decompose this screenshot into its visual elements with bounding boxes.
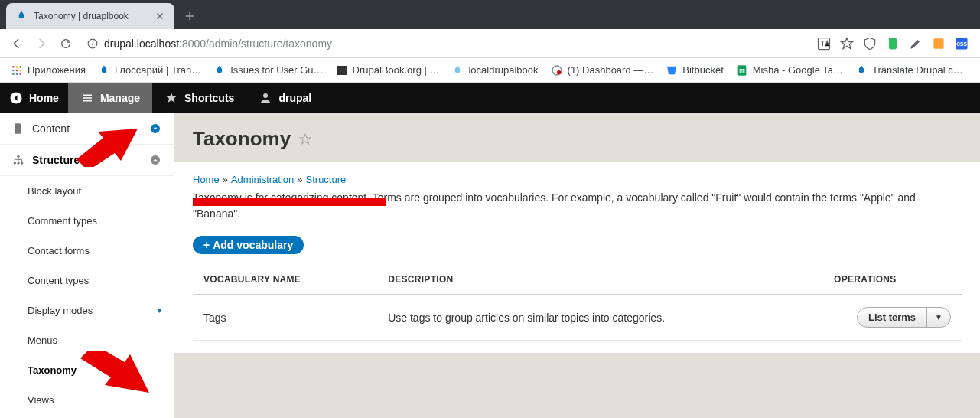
svg-point-10	[19, 69, 21, 71]
sidebar-content-types[interactable]: Content types	[0, 266, 174, 296]
bookmark-glossary[interactable]: Глоссарий | Tran…	[93, 61, 206, 80]
url-field[interactable]: drupal.localhost:8000/admin/structure/ta…	[80, 33, 813, 54]
back-button[interactable]	[6, 33, 28, 54]
caret-right-icon: ▾	[158, 306, 161, 315]
svg-rect-2	[933, 38, 943, 48]
page-description: Taxonomy is for categorizing content. Te…	[193, 190, 962, 222]
th-desc: DESCRIPTION	[377, 265, 823, 295]
vocabulary-table: VOCABULARY NAME DESCRIPTION OPERATIONS T…	[193, 265, 962, 341]
drupal-icon	[451, 64, 464, 77]
ext-icon[interactable]	[931, 36, 946, 51]
user-icon	[259, 91, 272, 105]
bookmark-dashboard[interactable]: (1) Dashboard —…	[546, 61, 659, 80]
svg-point-16	[557, 70, 561, 74]
url-path: /admin/structure/taxonomy	[206, 38, 332, 50]
document-icon	[12, 122, 24, 135]
bookmark-sheets[interactable]: Misha - Google Ta…	[731, 61, 848, 80]
sidebar-content[interactable]: Content	[0, 113, 174, 145]
sidebar-comment-types[interactable]: Comment types	[0, 206, 174, 236]
apps-icon	[11, 64, 23, 77]
browser-tab[interactable]: Taxonomy | druaplbook	[6, 3, 174, 29]
bookmark-local[interactable]: localdrupalbook	[447, 61, 542, 80]
sidebar-display-modes[interactable]: Display modes▾	[0, 296, 174, 325]
sidebar-views[interactable]: Views	[0, 385, 174, 415]
sidebar-contact-forms[interactable]: Contact forms	[0, 236, 174, 266]
hierarchy-icon	[12, 154, 24, 166]
star-icon[interactable]	[839, 36, 855, 51]
drupal-toolbar: Home Manage Shortcuts drupal	[0, 83, 980, 113]
annotation-highlight	[193, 198, 386, 206]
sidebar-structure[interactable]: Structure	[0, 145, 174, 176]
back-arrow-icon	[9, 91, 23, 105]
tab-title: Taxonomy | druaplbook	[34, 11, 148, 21]
star-icon	[164, 91, 178, 105]
address-bar: drupal.localhost:8000/admin/structure/ta…	[0, 29, 980, 58]
svg-text:CSS: CSS	[956, 41, 967, 47]
browser-chrome: Taxonomy | druaplbook drupal.localhost:8…	[0, 0, 980, 83]
svg-point-12	[16, 73, 18, 75]
toolbar-back[interactable]: Home	[0, 83, 68, 113]
new-tab-button[interactable]	[179, 5, 200, 27]
svg-point-8	[12, 69, 15, 71]
tab-bar: Taxonomy | druaplbook	[0, 0, 980, 29]
toolbar-manage[interactable]: Manage	[68, 83, 152, 113]
drupal-favicon-icon	[15, 10, 28, 22]
svg-point-24	[17, 162, 19, 164]
hamburger-icon	[80, 91, 94, 105]
reload-button[interactable]	[55, 33, 77, 54]
translate-icon[interactable]	[816, 36, 832, 51]
chevron-down-icon	[149, 122, 161, 135]
add-vocabulary-button[interactable]: +Add vocabulary	[193, 236, 304, 254]
sheets-icon	[736, 64, 748, 77]
cell-name: Tags	[193, 295, 377, 341]
svg-point-23	[14, 162, 16, 164]
svg-point-20	[263, 93, 268, 98]
sidebar-block-layout[interactable]: Block layout	[0, 176, 174, 206]
th-ops: OPERATIONS	[823, 265, 962, 295]
svg-point-22	[17, 155, 19, 158]
list-terms-button[interactable]: List terms	[858, 308, 927, 327]
svg-point-7	[19, 66, 21, 68]
svg-point-13	[19, 73, 21, 75]
dashboard-icon	[551, 64, 563, 77]
drupal-icon	[213, 64, 226, 77]
bookmark-bitbucket[interactable]: Bitbucket	[661, 61, 728, 80]
forward-button[interactable]	[31, 33, 52, 54]
drupal-icon	[855, 64, 868, 77]
bookmark-drupalbook[interactable]: DrupalBook.org | …	[331, 61, 444, 80]
url-host: drupal.localhost	[104, 38, 179, 50]
close-icon[interactable]	[155, 11, 165, 21]
breadcrumb-structure[interactable]: Structure	[306, 174, 347, 185]
bookmark-issues[interactable]: Issues for User Gu…	[209, 61, 327, 80]
shield-icon[interactable]	[862, 36, 877, 51]
operations-dropdown[interactable]: List terms ▼	[857, 307, 951, 328]
chevron-up-icon	[149, 154, 161, 166]
bookmark-translate[interactable]: Translate Drupal c…	[851, 61, 968, 80]
sidebar-menus[interactable]: Menus	[0, 325, 174, 355]
svg-rect-14	[337, 66, 347, 75]
brush-icon[interactable]	[908, 36, 923, 51]
svg-point-9	[16, 69, 18, 71]
cell-desc: Use tags to group articles on similar to…	[377, 295, 823, 341]
evernote-icon[interactable]	[885, 36, 900, 51]
svg-point-11	[12, 73, 15, 75]
star-outline-icon[interactable]	[298, 132, 312, 146]
page-header: Taxonomy	[174, 113, 980, 151]
drupal-icon	[98, 64, 110, 77]
breadcrumb-home[interactable]: Home	[193, 174, 220, 185]
svg-point-5	[12, 66, 15, 68]
main-content: Taxonomy Home»Administration»Structure T…	[174, 113, 980, 418]
toolbar-user[interactable]: drupal	[246, 83, 324, 113]
toolbar-shortcuts[interactable]: Shortcuts	[152, 83, 246, 113]
page-title: Taxonomy	[193, 127, 291, 151]
breadcrumb-admin[interactable]: Administration	[231, 174, 294, 185]
url-port: :8000	[179, 38, 206, 50]
css-icon[interactable]: CSS	[954, 36, 969, 51]
bookmarks-bar: Приложения Глоссарий | Tran… Issues for …	[0, 58, 980, 83]
dropdown-caret-icon[interactable]: ▼	[927, 308, 950, 327]
bookmark-apps[interactable]: Приложения	[6, 61, 90, 80]
info-icon	[87, 38, 98, 49]
svg-point-25	[21, 162, 23, 164]
table-row: Tags Use tags to group articles on simil…	[193, 295, 962, 341]
sidebar-taxonomy[interactable]: Taxonomy	[0, 355, 174, 385]
